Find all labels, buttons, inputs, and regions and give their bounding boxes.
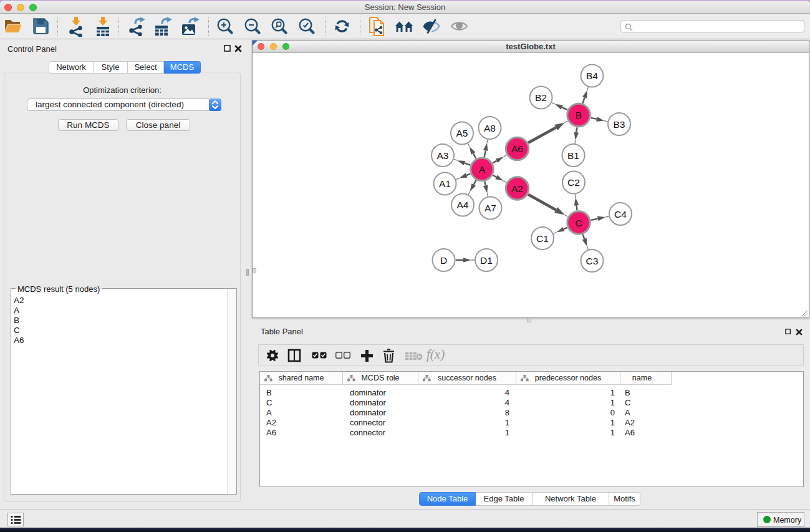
svg-text:A8: A8 [484,123,496,133]
svg-text:D: D [440,255,447,266]
svg-text:A6: A6 [511,143,523,154]
svg-text:A1: A1 [439,178,451,189]
svg-text:A: A [479,164,486,175]
svg-text:D1: D1 [480,255,493,266]
svg-text:B1: B1 [567,150,579,161]
svg-text:A3: A3 [437,150,449,161]
svg-text:B: B [576,110,582,120]
svg-text:B2: B2 [535,92,547,103]
svg-text:C2: C2 [567,177,580,188]
svg-text:B3: B3 [614,119,625,130]
svg-text:C4: C4 [614,209,627,220]
svg-text:A7: A7 [485,203,496,213]
svg-text:C3: C3 [586,256,599,266]
svg-text:B4: B4 [586,70,598,81]
svg-text:A5: A5 [456,128,468,138]
svg-text:A4: A4 [457,200,469,210]
svg-text:A2: A2 [511,183,523,194]
svg-text:C: C [575,218,582,228]
svg-text:C1: C1 [536,233,549,244]
